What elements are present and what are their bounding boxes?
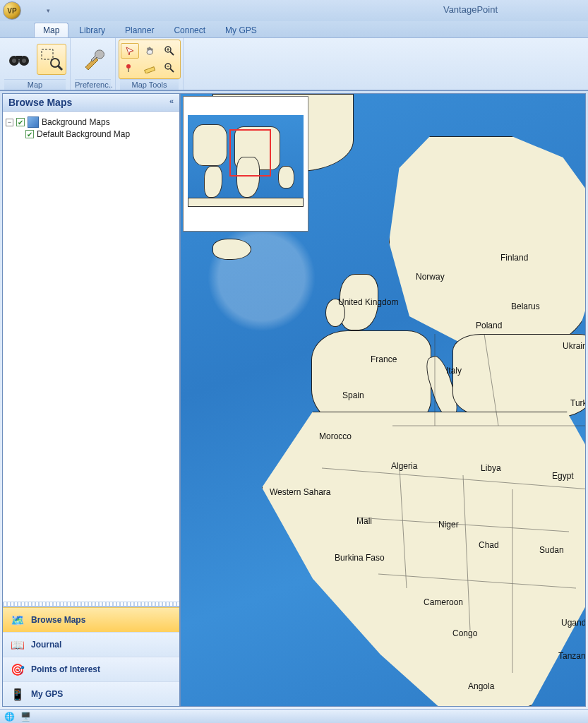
tree-child-checkbox[interactable]: ✔: [25, 130, 34, 138]
app-logo[interactable]: VP: [3, 1, 21, 20]
tools-icon[interactable]: [78, 44, 108, 75]
nav-journal[interactable]: 📖 Journal: [3, 632, 179, 657]
svg-line-7: [58, 66, 62, 70]
tree-root-checkbox[interactable]: ✔: [16, 118, 25, 126]
nav-stack: 🗺️ Browse Maps 📖 Journal 🎯 Points of Int…: [3, 607, 179, 706]
journal-icon: 📖: [10, 637, 25, 652]
land-balkans: [452, 334, 586, 419]
land-europe-north: [389, 136, 586, 348]
gps-icon: 📱: [10, 686, 25, 702]
main-area: Browse Maps « − ✔ Background Maps ✔ Defa…: [0, 90, 588, 709]
browse-maps-icon: 🗺️: [10, 612, 25, 628]
tree-child-label: Default Background Map: [37, 129, 130, 139]
svg-line-16: [170, 68, 174, 72]
panel-title: Browse Maps «: [3, 94, 179, 112]
tab-map[interactable]: Map: [34, 23, 68, 37]
zoom-in-icon[interactable]: [160, 43, 179, 59]
ribbon-group-pref-label: Preferenc..: [75, 79, 111, 90]
tree-root-label: Background Maps: [42, 117, 110, 127]
ribbon-group-map-label: Map: [4, 79, 66, 90]
pan-hand-icon[interactable]: [140, 43, 159, 59]
nav-journal-label: Journal: [31, 640, 61, 650]
land-ireland: [325, 299, 345, 327]
nav-browse-maps[interactable]: 🗺️ Browse Maps: [3, 607, 179, 632]
overview-world: [188, 115, 304, 207]
ribbon-group-tools-label: Map Tools: [120, 79, 179, 90]
app-title: VantagePoint: [0, 4, 588, 15]
overview-viewport-rect[interactable]: [229, 129, 271, 177]
overview-minimap[interactable]: [183, 96, 308, 232]
tab-my-gps[interactable]: My GPS: [216, 23, 266, 37]
map-canvas[interactable]: NorwayFinlandBelarusUnited KingdomPoland…: [180, 93, 586, 707]
svg-rect-5: [42, 49, 53, 59]
land-uk: [340, 274, 378, 330]
tree-expand-icon[interactable]: −: [6, 119, 13, 126]
svg-rect-2: [16, 56, 22, 59]
land-iceland: [212, 239, 251, 260]
status-bar: 🌐 🖥️: [0, 709, 588, 723]
marquee-zoom-icon[interactable]: [37, 44, 66, 75]
ribbon-group-preferences: Preferenc..: [71, 38, 116, 90]
tab-connect[interactable]: Connect: [164, 23, 215, 37]
nav-my-gps[interactable]: 📱 My GPS: [3, 681, 179, 706]
svg-point-4: [22, 59, 26, 63]
svg-point-12: [126, 64, 131, 68]
ruler-tool-icon[interactable]: [140, 60, 159, 76]
nav-poi[interactable]: 🎯 Points of Interest: [3, 657, 179, 681]
map-tree[interactable]: − ✔ Background Maps ✔ Default Background…: [3, 112, 179, 602]
ribbon-group-maptools: Map Tools: [116, 38, 184, 90]
sidebar: Browse Maps « − ✔ Background Maps ✔ Defa…: [2, 93, 180, 707]
tree-child-row[interactable]: ✔ Default Background Map: [25, 129, 176, 140]
monitor-icon[interactable]: 🖥️: [20, 712, 31, 722]
ribbon-tabs: Map Library Planner Connect My GPS: [0, 21, 588, 38]
binoculars-icon[interactable]: [4, 44, 34, 75]
ie-icon[interactable]: 🌐: [4, 712, 15, 722]
nav-browse-maps-label: Browse Maps: [31, 615, 85, 625]
tree-root-row[interactable]: − ✔ Background Maps: [6, 116, 176, 129]
nav-my-gps-label: My GPS: [31, 689, 63, 699]
ribbon-group-map: Map: [0, 38, 71, 90]
title-bar: VP ▾ VantagePoint: [0, 0, 588, 21]
collapse-icon[interactable]: «: [169, 97, 174, 108]
qat-dropdown-icon[interactable]: ▾: [47, 7, 50, 14]
tab-planner[interactable]: Planner: [116, 23, 163, 37]
nav-poi-label: Points of Interest: [31, 664, 100, 674]
tab-library[interactable]: Library: [70, 23, 114, 37]
sidebar-grip[interactable]: [3, 602, 179, 607]
panel-title-text: Browse Maps: [8, 97, 72, 108]
map-layer-icon: [28, 116, 39, 128]
svg-rect-14: [144, 67, 155, 73]
svg-line-9: [170, 52, 174, 55]
zoom-out-icon[interactable]: [160, 60, 179, 76]
arrow-tool-icon[interactable]: [121, 43, 139, 59]
ribbon: Map Preferenc.. Map Tools: [0, 38, 588, 90]
poi-icon: 🎯: [10, 662, 25, 677]
svg-point-3: [12, 59, 16, 63]
pin-tool-icon[interactable]: [121, 60, 139, 76]
